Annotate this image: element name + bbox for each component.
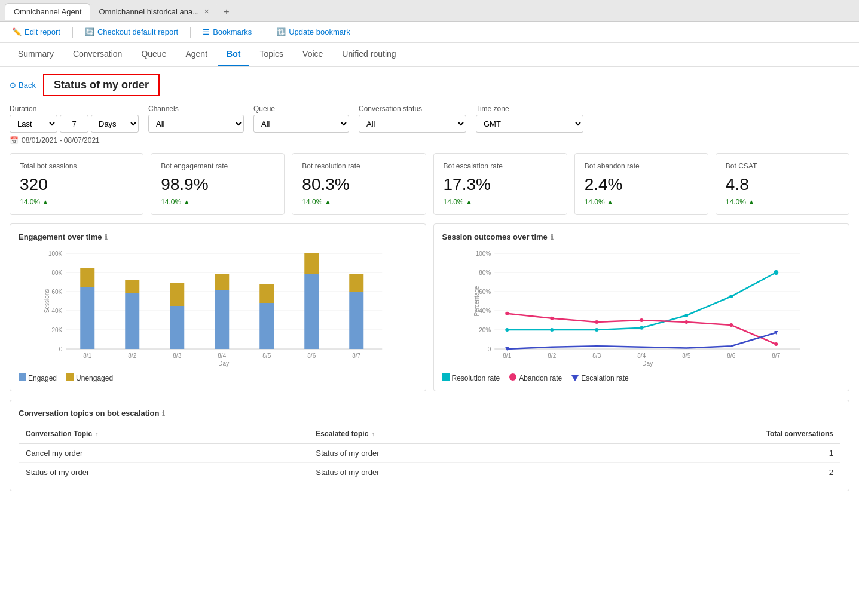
tab-unified-routing[interactable]: Unified routing	[334, 43, 404, 66]
timezone-select[interactable]: GMT	[476, 115, 583, 133]
col-escalated-topic[interactable]: Escalated topic ↑	[308, 425, 568, 443]
svg-text:8/2: 8/2	[128, 353, 136, 359]
svg-text:8/1: 8/1	[503, 353, 511, 359]
svg-rect-24	[304, 253, 319, 274]
svg-rect-25	[349, 292, 363, 349]
update-bookmark-button[interactable]: 🔃 Update bookmark	[274, 26, 353, 38]
duration-preset-select[interactable]: Last	[10, 115, 57, 133]
checkout-icon: 🔄	[85, 27, 94, 36]
svg-text:Day: Day	[218, 360, 229, 367]
cell-escalated-0: Status of my order	[308, 443, 568, 463]
svg-rect-19	[215, 290, 229, 349]
svg-point-59	[684, 320, 688, 324]
engaged-legend-dot	[19, 373, 26, 381]
svg-text:80%: 80%	[479, 269, 491, 276]
kpi-row: Total bot sessions 320 14.0% ▲ Bot engag…	[10, 153, 849, 215]
kpi-trend-4: 14.0% ▲	[585, 198, 698, 206]
info-icon: ℹ	[105, 233, 108, 241]
back-button[interactable]: ⊙ Back	[10, 81, 36, 90]
tab-voice[interactable]: Voice	[294, 43, 331, 66]
tab-queue[interactable]: Queue	[133, 43, 175, 66]
kpi-bot-escalation-rate: Bot escalation rate 17.3% 14.0% ▲	[433, 153, 567, 215]
duration-unit-select[interactable]: Days	[91, 115, 139, 133]
unengaged-legend-dot	[66, 373, 74, 381]
conv-status-select[interactable]: All	[359, 115, 466, 133]
tab-omnichannel-historical[interactable]: Omnichannel historical ana... ✕	[90, 4, 218, 20]
edit-icon: ✏️	[12, 27, 22, 36]
session-line-svg: 100% 80% 60% 40% 20% 0 Percentage	[442, 247, 841, 367]
add-tab-button[interactable]: +	[218, 4, 235, 20]
svg-point-60	[729, 323, 733, 327]
session-legend: Resolution rate Abandon rate Escalation …	[442, 373, 841, 382]
trend-up-icon: ▲	[183, 198, 190, 206]
trend-up-icon: ▲	[607, 198, 614, 206]
engagement-bar-svg: 100K 80K 60K 40K 20K 0 Sessions	[19, 247, 417, 367]
timezone-filter: Time zone GMT	[476, 105, 583, 133]
info-icon-2: ℹ	[551, 233, 554, 241]
session-outcomes-chart: Session outcomes over time ℹ 100% 80% 60…	[433, 223, 850, 391]
cell-topic-1: Status of my order	[19, 463, 308, 482]
bookmarks-button[interactable]: ☰ Bookmarks	[200, 26, 254, 38]
escalation-legend-dot	[571, 375, 579, 381]
refresh-icon: 🔃	[276, 27, 286, 36]
checkout-default-button[interactable]: 🔄 Checkout default report	[82, 26, 181, 38]
table-row: Status of my order Status of my order 2	[19, 463, 840, 482]
trend-up-icon: ▲	[466, 198, 473, 206]
table-row: Cancel my order Status of my order 1	[19, 443, 840, 463]
tab-conversation[interactable]: Conversation	[65, 43, 131, 66]
svg-text:8/1: 8/1	[83, 353, 91, 359]
svg-point-49	[550, 328, 554, 332]
close-icon[interactable]: ✕	[204, 8, 209, 16]
svg-text:20%: 20%	[479, 327, 491, 333]
svg-rect-16	[125, 280, 139, 293]
svg-text:Day: Day	[642, 360, 653, 367]
kpi-trend-0: 14.0% ▲	[20, 198, 133, 206]
kpi-bot-abandon-rate: Bot abandon rate 2.4% 14.0% ▲	[574, 153, 708, 215]
channels-select[interactable]: All	[148, 115, 244, 133]
sort-icon-escalated[interactable]: ↑	[372, 431, 375, 437]
svg-text:0: 0	[487, 346, 491, 353]
tab-topics[interactable]: Topics	[251, 43, 292, 66]
tab-bot[interactable]: Bot	[218, 43, 249, 66]
nav-tab-bar: Summary Conversation Queue Agent Bot Top…	[0, 43, 859, 67]
queue-select[interactable]: All	[253, 115, 349, 133]
toolbar-separator	[72, 27, 73, 38]
svg-point-61	[774, 342, 778, 346]
svg-text:60%: 60%	[479, 289, 491, 295]
filters-bar: Duration Last Days Channels All Queue Al…	[10, 105, 849, 133]
svg-text:8/3: 8/3	[173, 353, 181, 359]
toolbar: ✏️ Edit report 🔄 Checkout default report…	[0, 22, 859, 43]
table-info-icon: ℹ	[162, 409, 165, 418]
cell-topic-0: Cancel my order	[19, 443, 308, 463]
svg-point-50	[595, 328, 598, 332]
svg-text:8/6: 8/6	[307, 353, 316, 359]
sort-icon-topic[interactable]: ↑	[95, 431, 98, 437]
resolution-legend-dot	[442, 373, 450, 381]
tab-agent[interactable]: Agent	[177, 43, 216, 66]
back-icon: ⊙	[10, 81, 16, 90]
svg-point-53	[729, 295, 733, 298]
bookmark-icon: ☰	[203, 27, 210, 36]
svg-point-52	[684, 314, 688, 317]
col-conversation-topic[interactable]: Conversation Topic ↑	[19, 425, 308, 443]
svg-point-55	[505, 312, 509, 315]
edit-report-button[interactable]: ✏️ Edit report	[10, 26, 63, 38]
page-title: Status of my order	[43, 74, 160, 96]
svg-text:8/7: 8/7	[352, 353, 360, 359]
tab-summary[interactable]: Summary	[10, 43, 62, 66]
tab-omnichannel-agent[interactable]: Omnichannel Agent	[5, 3, 90, 20]
duration-value-input[interactable]	[60, 115, 88, 133]
main-content: ⊙ Back Status of my order Duration Last …	[0, 67, 859, 498]
conversation-topics-table-section: Conversation topics on bot escalation ℹ …	[10, 400, 849, 491]
svg-text:8/5: 8/5	[682, 353, 690, 359]
trend-up-icon: ▲	[42, 198, 49, 206]
svg-text:Sessions: Sessions	[44, 289, 50, 314]
svg-point-57	[595, 320, 598, 324]
page-header: ⊙ Back Status of my order	[10, 74, 849, 96]
svg-rect-20	[215, 274, 229, 290]
svg-rect-13	[80, 287, 94, 349]
kpi-trend-5: 14.0% ▲	[726, 198, 839, 206]
tab-label: Omnichannel historical ana...	[99, 7, 199, 16]
svg-text:8/4: 8/4	[637, 353, 646, 359]
kpi-trend-3: 14.0% ▲	[444, 198, 557, 206]
